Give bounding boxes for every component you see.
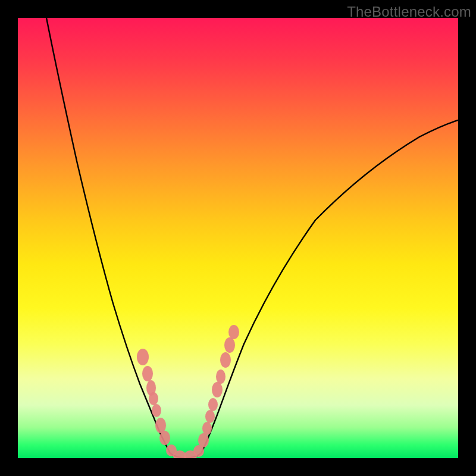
data-marker bbox=[142, 366, 153, 381]
bottleneck-curve-svg bbox=[18, 18, 458, 458]
data-marker bbox=[208, 398, 218, 411]
data-marker bbox=[205, 410, 215, 423]
data-marker bbox=[159, 431, 170, 445]
data-marker bbox=[198, 433, 209, 447]
data-marker bbox=[152, 404, 161, 417]
curve-right-branch bbox=[201, 120, 458, 453]
data-marker bbox=[202, 422, 212, 435]
data-marker bbox=[149, 392, 158, 405]
marker-group bbox=[137, 325, 239, 458]
data-marker bbox=[137, 349, 149, 365]
data-marker bbox=[224, 337, 235, 353]
data-marker bbox=[228, 325, 239, 339]
data-marker bbox=[220, 352, 231, 368]
data-marker bbox=[212, 382, 223, 397]
data-marker bbox=[216, 369, 226, 384]
chart-frame bbox=[18, 18, 458, 458]
